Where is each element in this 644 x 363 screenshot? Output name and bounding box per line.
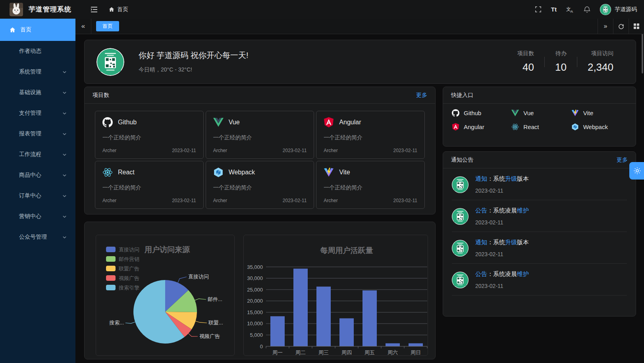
pie-label: 直接访问	[188, 274, 209, 280]
home-icon	[109, 7, 114, 12]
stat-2: 项目访问2,340	[577, 50, 624, 73]
user-menu[interactable]: 芋道源码	[600, 4, 637, 15]
bar-1[interactable]	[293, 268, 308, 346]
quick-entry-github[interactable]: Github	[452, 109, 511, 117]
sidebar-item-label: 订单中心	[19, 192, 41, 199]
notice-date: 2023-02-11	[475, 187, 627, 194]
notice-item-0[interactable]: 通知：系统升级版本 2023-02-11	[452, 168, 627, 200]
legend-swatch[interactable]	[106, 285, 116, 290]
angular-icon	[324, 117, 334, 127]
quick-entry-title: 快捷入口	[451, 92, 473, 99]
collapse-tabs-icon[interactable]: «	[75, 19, 91, 34]
project-desc: 一个正经的简介	[324, 184, 417, 191]
settings-gear-button[interactable]	[629, 162, 644, 180]
chevron-down-icon	[62, 153, 67, 157]
notice-item-3[interactable]: 公告：系统凌晨维护 2023-02-11	[452, 264, 627, 295]
sidebar-item-6[interactable]: 工作流程	[0, 144, 75, 165]
y-tick-label: 5,000	[250, 332, 263, 338]
sidebar-item-0[interactable]: 首页	[0, 19, 75, 41]
webpack-icon	[571, 123, 579, 131]
sidebar-item-1[interactable]: 作者动态	[0, 41, 75, 62]
notice-date: 2023-02-11	[475, 219, 627, 226]
project-name: Angular	[339, 119, 361, 126]
quick-entry-label: Vite	[583, 110, 594, 116]
webpack-icon	[213, 167, 224, 178]
project-desc: 一个正经的简介	[102, 134, 196, 141]
sidebar-item-2[interactable]: 系统管理	[0, 62, 75, 82]
breadcrumb[interactable]: 首页	[109, 6, 128, 13]
legend-label: 直接访问	[119, 247, 139, 253]
github-icon	[452, 109, 459, 117]
project-tile-react[interactable]: React 一个正经的简介 Archer2023-02-11	[95, 161, 204, 209]
sidebar-item-10[interactable]: 公众号管理	[0, 227, 75, 247]
projects-more-link[interactable]: 更多	[416, 92, 427, 99]
quick-entry-label: Webpack	[583, 124, 608, 130]
chevron-down-icon	[62, 132, 67, 136]
quick-entry-react[interactable]: React	[511, 123, 571, 131]
chevron-down-icon	[62, 173, 67, 178]
quick-entry-label: Angular	[464, 124, 484, 130]
project-tile-vite[interactable]: Vite 一个正经的简介 Archer2023-02-11	[316, 161, 425, 209]
legend-swatch[interactable]	[106, 256, 116, 262]
bar-0[interactable]	[270, 316, 285, 346]
sidebar-item-9[interactable]: 营销中心	[0, 206, 75, 227]
app-title: 芋道管理系统	[29, 5, 71, 14]
quick-entry-angular[interactable]: Angular	[452, 123, 511, 131]
charts-card: 用户访问来源 直接访问邮件营销联盟广告视频广告搜索引擎直接访问邮件...联盟..…	[84, 222, 436, 359]
bar-title: 每周用户活跃量	[320, 246, 373, 255]
project-tile-webpack[interactable]: Webpack 一个正经的简介 Archer2023-02-11	[206, 161, 314, 209]
notice-item-1[interactable]: 公告：系统凌晨维护 2023-02-11	[452, 200, 627, 232]
pie-label-line	[196, 321, 207, 323]
bell-icon[interactable]	[584, 6, 590, 13]
project-desc: 一个正经的简介	[213, 184, 307, 191]
quick-entry-vue[interactable]: Vue	[511, 109, 571, 117]
notice-more-link[interactable]: 更多	[617, 156, 628, 164]
quick-entry-vite[interactable]: Vite	[571, 109, 631, 117]
notice-item-2[interactable]: 通知：系统升级版本 2023-02-11	[452, 232, 627, 264]
project-tile-github[interactable]: Github 一个正经的简介 Archer2023-02-11	[95, 111, 204, 159]
project-desc: 一个正经的简介	[324, 134, 417, 141]
projects-card: 项目数 更多 Github 一个正经的简介 Archer2023-02-11 V…	[84, 87, 436, 214]
project-date: 2023-02-11	[393, 198, 417, 203]
sidebar-item-4[interactable]: 支付管理	[0, 103, 75, 124]
sidebar-item-5[interactable]: 报表管理	[0, 124, 75, 144]
sidebar-item-3[interactable]: 基础设施	[0, 82, 75, 103]
bar-6[interactable]	[409, 343, 423, 346]
sidebar-item-8[interactable]: 订单中心	[0, 185, 75, 206]
legend-swatch[interactable]	[106, 266, 116, 271]
pie-label: 邮件...	[208, 296, 222, 302]
tabbar: « 首页 »	[75, 19, 644, 34]
pie-label-line	[189, 334, 198, 337]
pie-label: 视频广告	[199, 333, 220, 339]
legend-swatch[interactable]	[106, 275, 116, 281]
page-tab-home[interactable]: 首页	[96, 21, 119, 31]
scroll-tabs-right-icon[interactable]: »	[598, 19, 613, 34]
project-date: 2023-02-11	[283, 198, 307, 203]
chevron-down-icon	[62, 235, 67, 239]
project-desc: 一个正经的简介	[102, 184, 196, 191]
font-size-icon[interactable]: Tt	[551, 6, 557, 13]
bar-chart-panel: 每周用户活跃量 05,00010,00015,00020,00025,00030…	[243, 235, 428, 356]
bar-5[interactable]	[386, 343, 400, 346]
project-author: Archer	[102, 198, 116, 203]
legend-swatch[interactable]	[106, 247, 116, 252]
project-tile-angular[interactable]: Angular 一个正经的简介 Archer2023-02-11	[316, 111, 425, 159]
translate-icon[interactable]: 文A	[566, 6, 574, 13]
refresh-icon[interactable]	[613, 19, 629, 34]
notice-title: 公告：系统凌晨维护	[475, 207, 627, 214]
bar-4[interactable]	[362, 290, 377, 346]
sidebar-item-label: 作者动态	[19, 48, 41, 55]
bar-2[interactable]	[316, 287, 331, 346]
stat-value: 40	[517, 61, 534, 73]
project-tile-vue[interactable]: Vue 一个正经的简介 Archer2023-02-11	[206, 111, 314, 159]
project-name: Vite	[339, 169, 350, 176]
pie-title: 用户访问来源	[144, 245, 190, 254]
sidebar-item-7[interactable]: 商品中心	[0, 165, 75, 185]
bar-3[interactable]	[339, 319, 354, 347]
project-author: Archer	[324, 198, 337, 203]
quick-entry-webpack[interactable]: Webpack	[571, 123, 631, 131]
fullscreen-icon[interactable]	[535, 6, 542, 13]
sidebar-item-label: 基础设施	[19, 89, 41, 96]
layout-grid-icon[interactable]	[629, 19, 644, 34]
menu-fold-icon[interactable]	[91, 6, 98, 13]
